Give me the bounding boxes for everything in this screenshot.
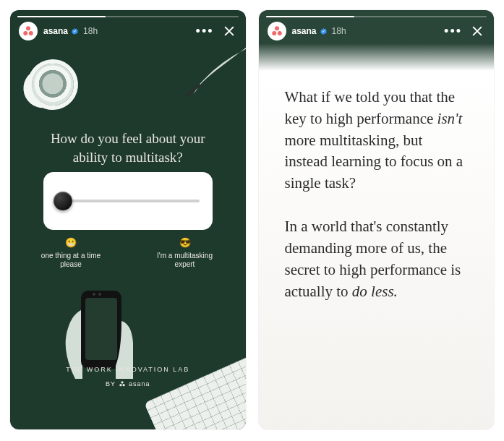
- more-options-button[interactable]: •••: [196, 24, 214, 39]
- paragraph-1-part-a: What if we told you that the key to high…: [285, 88, 456, 127]
- svg-point-11: [272, 31, 276, 35]
- keyboard-image: [143, 353, 245, 429]
- asana-logo-icon: [22, 25, 35, 38]
- story-2: asana 18h ••• What if we told you that t…: [259, 10, 495, 429]
- svg-point-6: [98, 293, 101, 296]
- story-header: asana 18h •••: [259, 22, 495, 40]
- svg-point-2: [29, 31, 33, 35]
- svg-point-9: [122, 384, 124, 386]
- slider-knob[interactable]: [54, 192, 72, 210]
- paragraph-1-em: isn't: [437, 110, 463, 127]
- paragraph-1-part-b: more multitasking, but instead learning …: [285, 132, 464, 192]
- username-text: asana: [43, 26, 68, 36]
- more-options-button[interactable]: •••: [444, 24, 462, 39]
- timestamp: 18h: [332, 26, 346, 36]
- poll-label-left-text: one thing at a time please: [41, 252, 101, 268]
- avatar[interactable]: [19, 22, 38, 40]
- username-text: asana: [292, 26, 317, 36]
- poll-labels: 😬 one thing at a time please 😎 I'm a mul…: [35, 237, 221, 269]
- close-icon: [470, 24, 484, 38]
- paragraph-2: In a world that's constantly demanding m…: [285, 216, 469, 302]
- poll-slider-card: [43, 172, 213, 230]
- story-1: asana 18h ••• How do you feel about your…: [10, 10, 246, 429]
- coffee-cup-image: [30, 62, 76, 108]
- username[interactable]: asana: [43, 26, 79, 36]
- footer-lab: THE WORK INNOVATION LAB: [10, 366, 246, 373]
- story-header: asana 18h •••: [10, 22, 246, 40]
- svg-point-12: [277, 31, 281, 35]
- verified-badge-icon: [320, 27, 328, 35]
- verified-badge-icon: [71, 27, 79, 35]
- footer-by-prefix: BY: [106, 380, 116, 388]
- paragraph-2-em: do less.: [352, 283, 398, 300]
- paragraph-1: What if we told you that the key to high…: [285, 87, 469, 194]
- story-progress: [266, 16, 487, 17]
- svg-point-10: [275, 26, 279, 30]
- sunglasses-emoji-icon: 😎: [149, 237, 221, 249]
- story-text: What if we told you that the key to high…: [285, 87, 469, 302]
- svg-point-8: [119, 384, 121, 386]
- poll-question: How do you feel about your ability to mu…: [10, 129, 246, 166]
- close-button[interactable]: [221, 23, 237, 39]
- asana-logo-icon: [270, 25, 283, 38]
- close-button[interactable]: [469, 23, 485, 39]
- asana-mini-logo-icon: [119, 380, 126, 388]
- svg-point-1: [23, 31, 27, 35]
- svg-rect-4: [85, 298, 117, 360]
- footer-by: BY asana: [10, 380, 246, 388]
- avatar[interactable]: [268, 22, 286, 40]
- svg-point-7: [121, 381, 123, 383]
- poll-label-left: 😬 one thing at a time please: [35, 237, 107, 269]
- grimace-emoji-icon: 😬: [35, 237, 107, 249]
- hand-writing-image: [165, 43, 246, 100]
- poll-label-right: 😎 I'm a multitasking expert: [149, 237, 221, 269]
- svg-point-5: [93, 293, 95, 296]
- footer-by-brand: asana: [129, 380, 150, 388]
- hand-holding-phone-image: [54, 278, 140, 379]
- poll-slider[interactable]: [56, 200, 200, 202]
- timestamp: 18h: [83, 26, 98, 36]
- poll-label-right-text: I'm a multitasking expert: [157, 252, 213, 268]
- close-icon: [222, 24, 236, 38]
- svg-point-0: [26, 26, 30, 30]
- story-progress: [17, 16, 239, 17]
- username[interactable]: asana: [292, 26, 328, 36]
